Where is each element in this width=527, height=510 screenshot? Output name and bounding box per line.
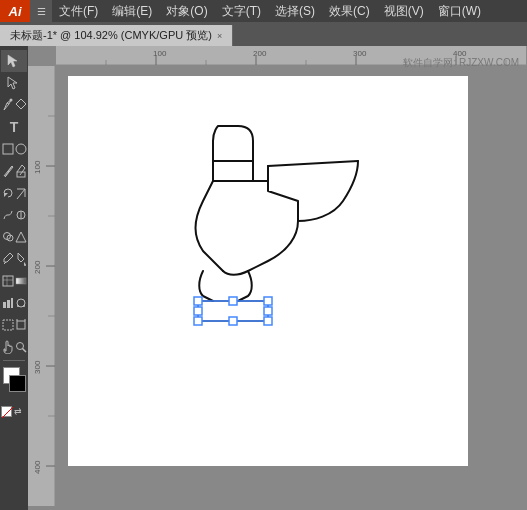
tool-live-paint[interactable] (14, 226, 27, 248)
main-layout: T (0, 46, 527, 510)
menu-type[interactable]: 文字(T) (215, 0, 268, 23)
svg-rect-65 (194, 317, 202, 325)
svg-line-28 (22, 349, 26, 353)
svg-text:400: 400 (33, 460, 42, 474)
svg-text:300: 300 (33, 360, 42, 374)
menu-window[interactable]: 窗口(W) (431, 0, 488, 23)
tool-artboard[interactable] (14, 314, 27, 336)
tool-hand[interactable] (1, 336, 14, 358)
svg-rect-64 (264, 297, 272, 305)
canvas-area: 100 200 300 400 (28, 46, 527, 510)
tool-warp[interactable] (1, 204, 14, 226)
tab-close-button[interactable]: × (217, 31, 222, 41)
svg-rect-63 (194, 297, 202, 305)
svg-point-2 (9, 99, 12, 102)
none-color-button[interactable] (1, 406, 12, 417)
tool-zoom[interactable] (14, 336, 27, 358)
color-swatches: ⇄ (1, 367, 27, 417)
tool-shape-builder[interactable] (1, 226, 14, 248)
svg-rect-68 (229, 317, 237, 325)
svg-rect-16 (16, 278, 26, 284)
tool-ellipse[interactable] (14, 138, 27, 160)
menu-file[interactable]: 文件(F) (52, 0, 105, 23)
svg-point-27 (16, 343, 23, 350)
svg-text:200: 200 (253, 49, 267, 58)
svg-rect-24 (17, 321, 25, 329)
tool-pencil[interactable] (1, 160, 14, 182)
left-toolbar: T (0, 46, 28, 510)
ruler-vertical: 100 200 300 400 (28, 66, 56, 506)
app-logo: Ai (0, 0, 30, 22)
watermark: 软件自学网: RJZXW.COM (403, 56, 519, 70)
tool-select[interactable] (1, 50, 27, 72)
canvas-surface[interactable] (68, 76, 468, 466)
tabbar: 未标题-1* @ 104.92% (CMYK/GPU 预览) × (0, 22, 527, 46)
toolbar-divider (3, 360, 25, 361)
svg-line-59 (268, 161, 358, 166)
svg-rect-3 (3, 144, 13, 154)
svg-text:300: 300 (353, 49, 367, 58)
tool-eyedropper[interactable] (1, 248, 14, 270)
svg-marker-6 (4, 193, 8, 197)
svg-rect-45 (28, 66, 56, 506)
svg-rect-70 (264, 307, 272, 315)
svg-line-29 (2, 407, 13, 418)
menu-object[interactable]: 对象(O) (159, 0, 214, 23)
tool-graph[interactable] (1, 292, 14, 314)
tool-rotate[interactable] (1, 182, 14, 204)
svg-rect-19 (11, 298, 13, 308)
svg-point-21 (17, 305, 19, 307)
menu-items: 文件(F) 编辑(E) 对象(O) 文字(T) 选择(S) 效果(C) 视图(V… (52, 0, 488, 23)
svg-rect-69 (194, 307, 202, 315)
tool-paint-bucket[interactable] (14, 248, 27, 270)
swap-colors-button[interactable]: ⇄ (14, 406, 22, 417)
svg-text:100: 100 (153, 49, 167, 58)
svg-rect-66 (264, 317, 272, 325)
tool-scale[interactable] (14, 182, 27, 204)
svg-rect-23 (3, 320, 13, 330)
tool-symbol-sprayer[interactable] (14, 292, 27, 314)
svg-point-22 (23, 305, 25, 307)
active-tab[interactable]: 未标题-1* @ 104.92% (CMYK/GPU 预览) × (0, 25, 233, 46)
menu-edit[interactable]: 编辑(E) (105, 0, 159, 23)
svg-marker-1 (8, 77, 17, 89)
menu-icon[interactable]: ☰ (30, 0, 52, 22)
svg-text:100: 100 (33, 160, 42, 174)
stroke-swatch[interactable] (9, 375, 26, 392)
svg-marker-0 (8, 55, 17, 67)
svg-rect-18 (7, 300, 10, 308)
tool-eraser[interactable] (14, 160, 27, 182)
menubar: Ai ☰ 文件(F) 编辑(E) 对象(O) 文字(T) 选择(S) 效果(C)… (0, 0, 527, 22)
svg-rect-67 (229, 297, 237, 305)
svg-rect-13 (3, 276, 13, 286)
tool-direct-select[interactable] (1, 72, 27, 94)
tool-rect[interactable] (1, 138, 14, 160)
tool-pen-variant[interactable] (14, 94, 27, 116)
menu-select[interactable]: 选择(S) (268, 0, 322, 23)
svg-rect-17 (3, 302, 6, 308)
svg-point-4 (16, 144, 26, 154)
svg-text:200: 200 (33, 260, 42, 274)
tool-warp2[interactable] (14, 204, 27, 226)
color-mode-buttons: ⇄ (1, 406, 22, 417)
menu-view[interactable]: 视图(V) (377, 0, 431, 23)
tool-mesh[interactable] (1, 270, 14, 292)
tool-column-graph[interactable] (1, 314, 14, 336)
menu-effect[interactable]: 效果(C) (322, 0, 377, 23)
tool-type[interactable]: T (1, 116, 27, 138)
tab-label: 未标题-1* @ 104.92% (CMYK/GPU 预览) (10, 28, 212, 43)
drawing-canvas (68, 76, 468, 466)
svg-line-7 (17, 189, 25, 199)
tool-gradient[interactable] (14, 270, 27, 292)
tool-pen[interactable] (1, 94, 14, 116)
